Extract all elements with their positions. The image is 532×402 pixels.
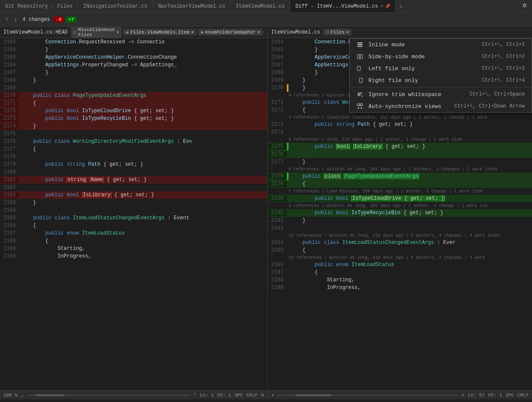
left-code-panel: 2163 Connection.RequestReceived -= Conne… — [0, 38, 268, 390]
svg-rect-4 — [360, 54, 362, 59]
breadcrumb-enum-folder[interactable]: ◆ enumFolderSemaphor ▾ — [198, 29, 263, 35]
left-config-icon[interactable]: ⚙ — [261, 392, 264, 398]
inline-mode-label: Inline mode — [368, 42, 477, 48]
file-info-bar: ItemViewModel.cs:HEAD ◻ Miscellaneous Fi… — [0, 26, 532, 38]
tab-inavtoolbar-label: INavigationToolbar.cs — [83, 3, 147, 9]
right-eol-label: CRLF — [518, 393, 529, 398]
tab-git-repo[interactable]: Git Repository - Files — [0, 0, 78, 13]
right-scroll-right-icon[interactable]: ▸ — [462, 392, 465, 398]
insertions-badge: +7 — [66, 17, 76, 23]
auto-sync-label: Auto-synchronize views — [368, 103, 449, 110]
files-viewmodels-label: Files.ViewModels.Item — [130, 30, 190, 35]
tab-overflow-button[interactable]: › — [396, 3, 406, 10]
table-row: 2175 public bool IsLibrary { get; set; } — [268, 143, 532, 150]
table-row: 2177 } — [268, 158, 532, 166]
ignore-trim-shortcut: Ctrl+\, Ctrl+Space — [470, 91, 525, 97]
auto-sync-shortcut: Ctrl+\, Ctrl+Down Arrow — [454, 103, 525, 109]
files-viewmodels-chevron: ▾ — [191, 29, 194, 35]
toolbar-left: ↑ ↓ 4 changes -8 +7 — [3, 15, 76, 24]
table-row: 2173 public string Path { get; set; } — [268, 121, 532, 128]
dropdown-item-right-only[interactable]: Right file only Ctrl+\, Ctrl+4 — [350, 74, 532, 86]
tab-bar: Git Repository - Files INavigationToolba… — [0, 0, 532, 13]
table-row: 2180 — [0, 168, 267, 176]
zoom-down-icon[interactable]: ⌄ — [21, 392, 24, 398]
left-status-bar: 100 % ⌄ ⌃ Ln: 1 Ch: 1 SPC CRLF ⚙ — [0, 391, 268, 399]
code-annotation: 7 references | Luke Blevins, 258 days ag… — [268, 188, 532, 195]
right-only-shortcut: Ctrl+\, Ctrl+4 — [482, 77, 525, 83]
left-ln-label: Ln: 1 — [200, 393, 214, 398]
table-row: 2186 public enum ItemLoadStatus — [268, 261, 532, 269]
table-row: 2163 Connection.RequestReceived -= Conne… — [0, 38, 267, 46]
inline-mode-shortcut: Ctrl+\, Ctrl+1 — [482, 42, 525, 48]
table-row: 2176 public class WorkingDirectoryModifi… — [0, 138, 267, 145]
tab-itemviewmodel[interactable]: ItemViewModel.cs — [231, 0, 290, 13]
gear-icon — [521, 3, 528, 10]
main-content: 2163 Connection.RequestReceived -= Conne… — [0, 38, 532, 390]
left-code-content[interactable]: 2163 Connection.RequestReceived -= Conne… — [0, 38, 267, 390]
zoom-level[interactable]: 100 % — [3, 393, 17, 398]
svg-rect-0 — [357, 42, 362, 43]
tab-diff-pin-icon[interactable]: 📌 — [385, 4, 390, 9]
settings-gear-button[interactable] — [517, 0, 532, 13]
ignore-trim-icon — [357, 91, 363, 98]
tab-git-repo-label: Git Repository - Files — [5, 3, 72, 9]
table-row: 2165 AppServiceConnectionHelper.Connecti… — [0, 54, 267, 61]
misc-files-icon: ◻ — [74, 29, 76, 35]
table-row: 2173 public bool IsTypeRecycleBin { get;… — [0, 115, 267, 122]
inline-mode-icon — [357, 41, 363, 48]
nav-down-button[interactable]: ↓ — [12, 15, 19, 24]
tab-itemviewmodel-label: ItemViewModel.cs — [236, 3, 285, 9]
table-row: 2183 } — [0, 199, 267, 207]
right-scroll-left-icon[interactable]: ◂ — [271, 392, 274, 398]
table-row: 2188 Starting, — [268, 276, 532, 284]
dropdown-item-left-only[interactable]: Left file only Ctrl+\, Ctrl+3 — [350, 62, 532, 74]
table-row: 2185 { — [268, 246, 532, 254]
table-row: 2180 public bool IsTypeCloudDrive { get;… — [268, 195, 532, 202]
table-row: 2189 Starting, — [0, 245, 267, 252]
changes-count: 4 changes — [23, 17, 50, 23]
table-row: 2172 public bool IsTypeCloudDrive { get;… — [0, 107, 267, 115]
breadcrumb-files-viewmodels[interactable]: ◆ Files.ViewModels.Item ▾ — [123, 29, 196, 35]
table-row: 2169 — [0, 84, 267, 92]
tab-navtoolbarvm-label: NavToolbarViewModel.cs — [158, 3, 225, 9]
table-row: 2171 { — [0, 99, 267, 107]
svg-rect-2 — [357, 46, 362, 47]
table-row: 2187 { — [268, 269, 532, 276]
nav-up-button[interactable]: ↑ — [3, 15, 10, 24]
side-by-side-shortcut: Ctrl+\, Ctrl+2 — [482, 54, 525, 59]
dropdown-item-ignore-trim[interactable]: Ignore trim whitespace Ctrl+\, Ctrl+Spac… — [350, 88, 532, 100]
code-annotation: 2 references | nvi9, 219 days ago | 1 au… — [268, 136, 532, 143]
tab-inavtoolbar[interactable]: INavigationToolbar.cs — [78, 0, 153, 13]
dropdown-item-sidebyside[interactable]: Side-by-side mode Ctrl+\, Ctrl+2 — [350, 51, 532, 62]
enum-folder-label: enumFolderSemaphor — [205, 30, 256, 35]
tab-navtoolbarvm[interactable]: NavToolbarViewModel.cs — [153, 0, 231, 13]
table-row: 2183 — [268, 224, 532, 232]
tab-diff-close-icon[interactable]: × — [381, 4, 384, 9]
svg-rect-9 — [360, 104, 362, 106]
breadcrumb-files[interactable]: ◻ Files ▾ — [323, 29, 351, 35]
side-by-side-label: Side-by-side mode — [368, 54, 477, 60]
dropdown-item-auto-sync[interactable]: Auto-synchronize views Ctrl+\, Ctrl+Down… — [350, 100, 532, 112]
breadcrumb-misc-files[interactable]: ◻ Miscellaneous Files ▾ — [71, 27, 122, 38]
deletions-badge: -8 — [54, 17, 64, 23]
table-row: 2179 public string Path { get; set; } — [0, 161, 267, 168]
dropdown-item-inline[interactable]: Inline mode Ctrl+\, Ctrl+1 — [350, 39, 532, 51]
table-row: 2189 InProgress, — [268, 284, 532, 292]
tab-diff-itemviewmodel[interactable]: Diff - ItemV...ViewModel.cs × 📌 — [290, 0, 396, 13]
right-ch-label: Ch: 1 — [488, 393, 502, 398]
table-row: 2190 InProgress, — [0, 252, 267, 260]
table-row: 2176 — [268, 150, 532, 158]
svg-line-7 — [362, 95, 362, 97]
misc-files-chevron: ▾ — [116, 29, 119, 35]
table-row: 2167 } — [0, 69, 267, 76]
table-row: 2179 { — [268, 180, 532, 188]
table-row: 2181 public bool IsTypeRecycleBin { get;… — [268, 209, 532, 217]
files-viewmodels-icon: ◆ — [126, 29, 129, 35]
diff-options-dropdown: Inline mode Ctrl+\, Ctrl+1 Side-by-side … — [349, 38, 532, 113]
code-annotation: 8 references | Winston de Jong, 201 days… — [268, 166, 532, 173]
right-only-label: Right file only — [368, 77, 477, 84]
right-encoding-label: SPC — [506, 393, 514, 398]
toolbar: ↑ ↓ 4 changes -8 +7 — [0, 13, 532, 26]
zoom-up-icon[interactable]: ⌃ — [194, 392, 197, 398]
misc-files-label: Miscellaneous Files — [78, 27, 115, 37]
